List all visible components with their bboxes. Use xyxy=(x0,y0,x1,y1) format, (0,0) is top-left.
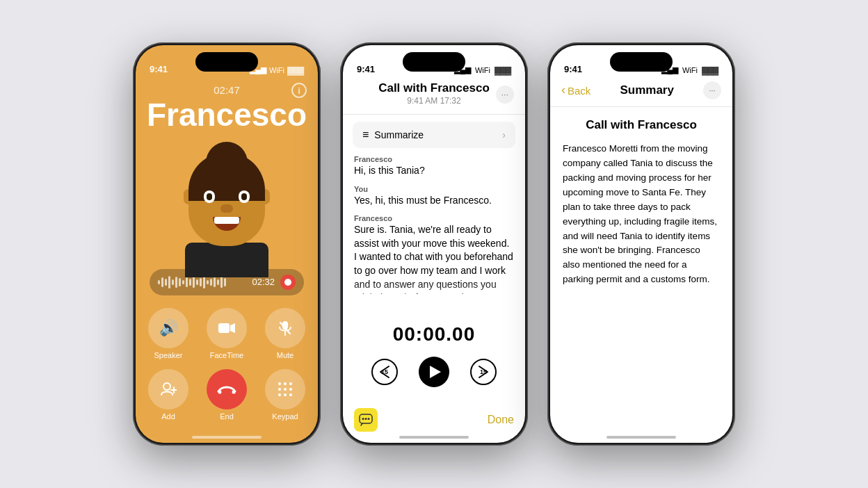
transcript-body: Francesco Hi, is this Tania? You Yes, hi… xyxy=(343,155,525,294)
home-indicator-3 xyxy=(606,436,676,439)
call-buttons-row1: 🔊 Speaker FaceTime xyxy=(148,308,305,359)
info-icon: i xyxy=(298,86,300,96)
playback-controls: 15 15 xyxy=(343,357,525,387)
phone-2: 9:41 ▂▄▆ WiFi ▓▓▓ Call with Francesco 9:… xyxy=(340,42,528,446)
svg-point-13 xyxy=(278,388,281,391)
memoji-teeth xyxy=(214,217,239,224)
add-label: Add xyxy=(161,412,175,421)
transcript-footer: Done xyxy=(343,408,525,432)
transcript-text-0: Hi, is this Tania? xyxy=(354,164,514,178)
playback-section: 00:00.00 15 15 xyxy=(343,323,525,387)
svg-point-22 xyxy=(368,418,370,420)
transcript-message-0: Francesco Hi, is this Tania? xyxy=(354,155,514,178)
facetime-icon xyxy=(207,308,247,348)
wifi-icon-2: WiFi xyxy=(475,66,490,74)
keypad-icon xyxy=(265,369,305,409)
battery-icon-3: ▓▓▓ xyxy=(702,66,718,74)
chevron-right-icon: › xyxy=(502,129,506,140)
chat-icon-button[interactable] xyxy=(354,408,378,432)
record-button[interactable] xyxy=(280,275,296,290)
wifi-icon-1: WiFi xyxy=(269,66,284,74)
svg-point-21 xyxy=(365,418,367,420)
play-button[interactable] xyxy=(419,357,449,387)
status-time-3: 9:41 xyxy=(564,58,582,74)
memoji-pupil-right xyxy=(241,193,247,200)
back-label: Back xyxy=(568,85,590,97)
memoji xyxy=(171,142,282,260)
summary-nav-title: Summary xyxy=(620,83,673,97)
speaker-button[interactable]: 🔊 Speaker xyxy=(148,308,188,359)
svg-point-9 xyxy=(232,390,236,393)
svg-marker-1 xyxy=(230,323,235,333)
info-button[interactable]: i xyxy=(291,83,307,98)
summarize-left: ≡ Summarize xyxy=(362,129,424,141)
memoji-hair-top xyxy=(206,142,248,170)
mute-label: Mute xyxy=(277,351,294,359)
transcript-speaker-0: Francesco xyxy=(354,155,514,163)
summarize-button[interactable]: ≡ Summarize › xyxy=(353,122,515,148)
summary-call-title: Call with Francesco xyxy=(563,118,720,132)
dynamic-island-2 xyxy=(403,52,465,72)
summarize-label: Summarize xyxy=(374,129,424,140)
speaker-label: Speaker xyxy=(154,351,183,359)
call-controls: 🔊 Speaker FaceTime xyxy=(136,308,318,421)
svg-rect-0 xyxy=(218,323,230,333)
mute-icon xyxy=(265,308,305,348)
svg-point-14 xyxy=(284,388,287,391)
memoji-container xyxy=(136,138,318,263)
facetime-button[interactable]: FaceTime xyxy=(207,308,247,359)
skip-forward-button[interactable]: 15 xyxy=(470,359,497,385)
svg-point-16 xyxy=(278,393,281,396)
summary-more-button[interactable]: ··· xyxy=(703,81,721,99)
transcript-text-1: Yes, hi, this must be Francesco. xyxy=(354,194,514,208)
status-time-2: 9:41 xyxy=(357,58,375,74)
dynamic-island-3 xyxy=(610,52,673,72)
svg-point-20 xyxy=(362,418,364,420)
caller-name: Francesco xyxy=(136,97,318,133)
add-icon xyxy=(148,369,188,409)
transcript-message-2: Francesco Sure is. Tania, we're all read… xyxy=(354,214,514,294)
phone-3: 9:41 ▂▄▆ WiFi ▓▓▓ ‹ Back Summary ··· Cal… xyxy=(547,42,735,446)
transcript-more-button[interactable]: ··· xyxy=(496,86,514,104)
recording-time: 02:32 xyxy=(252,277,275,287)
speaker-icon: 🔊 xyxy=(148,308,188,348)
memoji-eye-right xyxy=(239,190,250,203)
transcript-speaker-2: Francesco xyxy=(354,214,514,222)
skip-back-button[interactable]: 15 xyxy=(371,359,398,385)
add-button[interactable]: Add xyxy=(148,369,188,421)
battery-icon-1: ▓▓▓ xyxy=(287,66,304,74)
memoji-eye-left xyxy=(204,190,215,203)
record-indicator xyxy=(284,279,291,286)
back-button[interactable]: ‹ Back xyxy=(561,83,590,97)
end-call-button[interactable]: End xyxy=(207,369,247,421)
transcript-subtitle: 9:41 AM 17:32 xyxy=(357,96,511,106)
back-chevron-icon: ‹ xyxy=(561,83,565,97)
playback-time: 00:00.00 xyxy=(343,323,525,345)
svg-point-17 xyxy=(284,393,287,396)
status-time-1: 9:41 xyxy=(150,58,168,74)
mute-button[interactable]: Mute xyxy=(265,308,305,359)
svg-point-15 xyxy=(289,388,292,391)
done-button[interactable]: Done xyxy=(488,414,514,426)
waveform xyxy=(158,276,246,288)
svg-point-10 xyxy=(278,382,281,385)
facetime-label: FaceTime xyxy=(210,351,244,359)
keypad-button[interactable]: Keypad xyxy=(265,369,305,421)
memoji-pupil-left xyxy=(207,193,212,200)
summarize-icon: ≡ xyxy=(362,129,369,141)
svg-point-5 xyxy=(163,383,170,390)
svg-point-18 xyxy=(289,393,292,396)
transcript-text-2: Sure is. Tania, we're all ready to assis… xyxy=(354,223,514,294)
dynamic-island-1 xyxy=(195,52,258,72)
memoji-shirt xyxy=(185,243,268,277)
memoji-nose xyxy=(220,204,233,213)
call-buttons-row2: Add End xyxy=(148,369,305,421)
svg-point-12 xyxy=(289,382,292,385)
wifi-icon-3: WiFi xyxy=(682,66,698,74)
svg-point-11 xyxy=(284,382,287,385)
phone-1: 9:41 ▂▄▆ WiFi ▓▓▓ i 02:47 Francesco xyxy=(133,42,321,446)
transcript-message-1: You Yes, hi, this must be Francesco. xyxy=(354,185,514,208)
transcript-speaker-1: You xyxy=(354,185,514,193)
summary-content: Call with Francesco Francesco Moretti fr… xyxy=(550,107,732,298)
battery-icon-2: ▓▓▓ xyxy=(495,66,511,74)
